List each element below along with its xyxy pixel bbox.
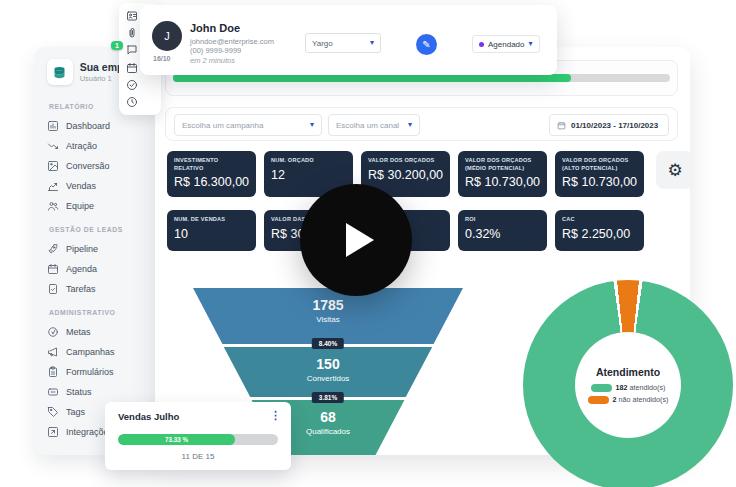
top-progress-fill: [173, 74, 571, 82]
forms-icon: [47, 366, 59, 378]
channel-select[interactable]: Escolha um canal ▾: [328, 114, 420, 136]
tasks-icon: [47, 283, 59, 295]
video-play-button[interactable]: [300, 184, 412, 296]
funnel-rate-badge-2: 3.81%: [312, 392, 344, 403]
status-icon: [47, 386, 59, 398]
team-icon: [47, 200, 59, 212]
vendas-progress-label: 73.33 %: [165, 436, 188, 443]
sales-icon: [47, 180, 59, 192]
legend-swatch-orange: [588, 396, 609, 404]
edit-button[interactable]: ✎: [416, 34, 437, 55]
attraction-icon: [47, 140, 59, 152]
chevron-down-icon: ▾: [370, 39, 374, 47]
calendar-icon[interactable]: [126, 62, 138, 74]
status-dropdown[interactable]: Agendado ▾: [472, 35, 540, 53]
vendas-progress-fill: 73.33 %: [118, 434, 235, 445]
pipeline-icon: [47, 243, 59, 255]
campaigns-icon: [47, 346, 59, 358]
paperclip-icon[interactable]: [126, 27, 138, 39]
avatar: J: [152, 21, 182, 51]
funnel-segment-visitas: 1785 Visitas: [193, 288, 463, 344]
settings-button[interactable]: ⚙: [656, 151, 694, 189]
dashboard-icon: [47, 120, 59, 132]
contact-name: John Doe: [190, 22, 240, 34]
conversion-icon: [47, 160, 59, 172]
play-icon: [346, 223, 374, 257]
integrations-icon: [47, 426, 59, 438]
sidebar-item-formularios[interactable]: Formulários: [47, 362, 145, 382]
calendar-icon: [557, 121, 566, 130]
gear-icon: ⚙: [667, 160, 682, 181]
legend-item-nao-atendidos: 2 não atendido(s): [588, 395, 669, 404]
kpi-cac: CAC R$ 2.250,00: [555, 210, 644, 251]
sidebar-item-vendas[interactable]: Vendas: [47, 176, 145, 196]
owner-select[interactable]: Yargo ▾: [305, 33, 381, 53]
sidebar-item-status[interactable]: Status: [47, 382, 145, 402]
chevron-down-icon: ▾: [408, 121, 412, 129]
sidebar-item-tarefas[interactable]: Tarefas: [47, 279, 145, 299]
kpi-valor-orcados-medio-potencial: VALOR DOS ORÇADOS (MÉDIO POTENCIAL) R$ 1…: [458, 151, 547, 197]
tags-icon: [47, 406, 59, 418]
kpi-investimento-relativo: INVESTIMENTO RELATIVO R$ 16.300,00: [167, 151, 256, 197]
clock-icon[interactable]: [126, 96, 138, 108]
vendas-progress-subtitle: 11 DE 15: [105, 452, 291, 461]
legend-swatch-green: [591, 384, 612, 392]
filter-bar: Escolha um campanha ▾ Escolha um canal ▾…: [165, 107, 678, 141]
sidebar-item-dashboard[interactable]: Dashboard: [47, 116, 145, 136]
funnel-rate-badge-1: 8.40%: [312, 338, 344, 349]
donut-title: Atendimento: [596, 366, 660, 378]
sidebar-item-atracao[interactable]: Atração: [47, 136, 145, 156]
donut-chart: Atendimento 182 atendido(s) 2 não atendi…: [523, 280, 733, 487]
top-progress-track: [173, 74, 670, 82]
kpi-row-1: INVESTIMENTO RELATIVO R$ 16.300,00 NUM. …: [167, 151, 694, 197]
goals-icon: [47, 326, 59, 338]
sidebar-item-pipeline[interactable]: Pipeline: [47, 239, 145, 259]
sidebar-item-equipe[interactable]: Equipe: [47, 196, 145, 216]
sidebar-item-conversao[interactable]: Conversão: [47, 156, 145, 176]
legend-item-atendidos: 182 atendido(s): [591, 383, 666, 392]
date-range-picker[interactable]: 01/10/2023 - 17/10/2023: [549, 114, 669, 136]
company-logo-icon: [47, 59, 73, 85]
sidebar-item-agenda[interactable]: Agenda: [47, 259, 145, 279]
funnel-segment-convertidos: 150 Convertidos: [193, 347, 463, 397]
campaign-select[interactable]: Escolha um campanha ▾: [174, 114, 322, 136]
sidebar-item-campanhas[interactable]: Campanhas: [47, 342, 145, 362]
vendas-progress-track: 73.33 %: [118, 434, 278, 445]
contact-card: J 16/10 John Doe johndoe@enterprise.com …: [140, 5, 557, 75]
section-administrativo: ADMINISTRATIVO: [49, 309, 145, 316]
vendas-julho-card: Vendas Julho ⋮ 73.33 % 11 DE 15: [105, 402, 291, 470]
contact-time-note: em 2 minutos: [190, 56, 235, 65]
card-title: Vendas Julho: [118, 411, 179, 422]
kpi-roi: ROI 0.32%: [458, 210, 547, 251]
kpi-num-de-vendas: NUM. DE VENDAS 10: [167, 210, 256, 251]
agenda-icon: [47, 263, 59, 275]
kebab-menu-icon[interactable]: ⋮: [270, 409, 281, 422]
contact-date: 16/10: [153, 55, 171, 62]
section-gestao-de-leads: GESTÃO DE LEADS: [49, 226, 145, 233]
status-dot-icon: [479, 42, 484, 47]
donut-center: Atendimento 182 atendido(s) 2 não atendi…: [575, 332, 681, 438]
id-card-icon[interactable]: [126, 10, 138, 22]
check-circle-icon[interactable]: [126, 79, 138, 91]
sidebar-item-metas[interactable]: Metas: [47, 322, 145, 342]
contact-phone: (00) 9999-9999: [190, 46, 241, 55]
chevron-down-icon: ▾: [528, 40, 532, 48]
contact-email: johndoe@enterprise.com: [190, 37, 274, 46]
chat-icon[interactable]: [126, 44, 138, 56]
chevron-down-icon: ▾: [310, 121, 314, 129]
kpi-valor-orcados-alto-potencial: VALOR DOS ORÇADOS (ALTO POTENCIAL) R$ 10…: [555, 151, 644, 197]
page: Sua empresa Usuário 1 RELATÓRIO Dashboar…: [0, 0, 736, 487]
notification-badge: 1: [111, 41, 123, 50]
pencil-icon: ✎: [422, 39, 430, 50]
